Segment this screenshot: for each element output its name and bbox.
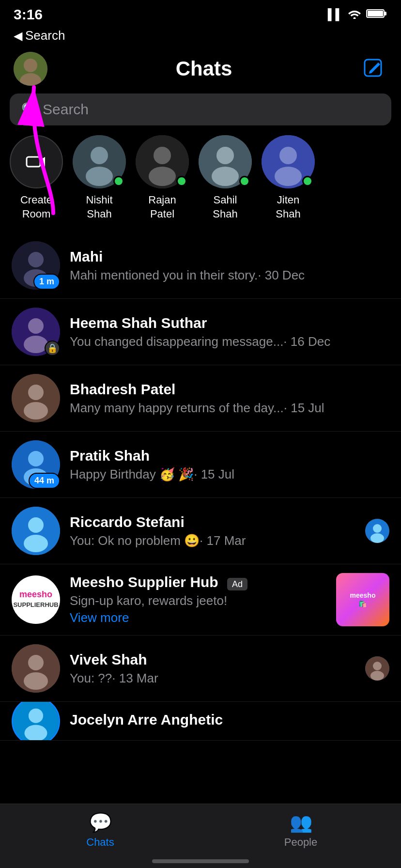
chat-avatar-wrap-heema: 🔒: [12, 308, 60, 356]
svg-point-18: [212, 167, 239, 186]
chat-name-riccardo: Riccardo Stefani: [70, 514, 355, 530]
battery-icon: [366, 8, 387, 21]
stories-row: CreateRoom NishitShah: [0, 135, 401, 232]
small-avatar-vivek: [365, 656, 389, 681]
story-label-sahil: SahilShah: [213, 193, 237, 221]
story-label-jiten: JitenShah: [276, 193, 300, 221]
svg-rect-9: [27, 157, 40, 167]
chat-avatar-meesho: meeshoSUPPLIERHUB: [12, 575, 60, 624]
search-bar[interactable]: 🔍 Search: [10, 93, 391, 125]
svg-point-11: [91, 147, 108, 164]
story-item-jiten[interactable]: JitenShah: [262, 135, 315, 221]
svg-point-32: [28, 451, 44, 466]
chat-preview-pratik: Happy Birthday 🥳 🎉· 15 Jul: [70, 467, 389, 482]
story-label-rajan: RajanPatel: [148, 193, 176, 221]
chat-item-heema[interactable]: 🔒 Heema Shah Suthar You changed disappea…: [0, 299, 401, 365]
header: Chats: [0, 48, 401, 93]
online-indicator-nishit: [113, 176, 124, 186]
chat-item-meesho[interactable]: meeshoSUPPLIERHUB Meesho Supplier Hub Ad…: [0, 564, 401, 636]
chat-avatar-wrap-pratik: 44 m: [12, 440, 60, 489]
chat-content-riccardo: Riccardo Stefani You: Ok no problem 😀· 1…: [70, 514, 355, 548]
lock-badge-heema: 🔒: [45, 341, 60, 356]
chat-name-heema: Heema Shah Suthar: [70, 315, 389, 331]
online-indicator-jiten: [302, 176, 313, 186]
unread-badge-mahi: 1 m: [33, 274, 60, 290]
chat-avatar-wrap-vivek: [12, 644, 60, 693]
meesho-ad-image: meesho🛍️: [336, 573, 389, 626]
online-indicator-sahil: [239, 176, 250, 186]
story-item-rajan[interactable]: RajanPatel: [136, 135, 189, 221]
people-tab-label: People: [284, 836, 318, 849]
chat-content-bhadresh: Bhadresh Patel Many many happy returns o…: [70, 381, 389, 416]
svg-point-20: [279, 147, 297, 164]
small-avatar-riccardo: [365, 519, 389, 543]
chat-name-jocelyn: Jocelyn Arre Anghetic: [70, 712, 389, 728]
chat-name-vivek: Vivek Shah: [70, 651, 355, 668]
search-bar-container: 🔍 Search: [0, 93, 401, 135]
svg-point-42: [24, 672, 48, 690]
svg-point-5: [24, 59, 37, 72]
chat-name-pratik: Pratik Shah: [70, 448, 389, 464]
search-placeholder: Search: [43, 101, 89, 118]
svg-rect-2: [384, 12, 386, 16]
chat-item-riccardo[interactable]: Riccardo Stefani You: Ok no problem 😀· 1…: [0, 498, 401, 564]
profile-avatar[interactable]: [14, 52, 47, 86]
tab-people[interactable]: 👥 People: [200, 812, 401, 849]
svg-point-35: [28, 517, 44, 533]
chat-avatar-wrap-mahi: 1 m: [12, 241, 60, 290]
page-title: Chats: [176, 57, 232, 80]
chat-avatar-riccardo: [12, 507, 60, 555]
chat-item-bhadresh[interactable]: Bhadresh Patel Many many happy returns o…: [0, 365, 401, 432]
compose-button[interactable]: [360, 55, 387, 82]
story-item-nishit[interactable]: NishitShah: [73, 135, 126, 221]
online-indicator-rajan: [176, 176, 187, 186]
status-bar: 3:16 ▌▌: [0, 0, 401, 26]
ad-badge: Ad: [227, 578, 247, 590]
svg-point-21: [275, 167, 302, 186]
svg-point-39: [370, 533, 384, 543]
chat-preview-bhadresh: Many many happy returns of the day...· 1…: [70, 401, 389, 416]
chat-preview-mahi: Mahi mentioned you in their story.· 30 D…: [70, 268, 389, 283]
chat-item-pratik[interactable]: 44 m Pratik Shah Happy Birthday 🥳 🎉· 15 …: [0, 432, 401, 498]
svg-point-17: [216, 147, 234, 164]
chat-right-vivek: [365, 656, 389, 681]
ad-view-more[interactable]: View more: [70, 610, 326, 625]
tab-bar: 💬 Chats 👥 People: [0, 804, 401, 868]
svg-point-36: [24, 535, 48, 552]
svg-point-41: [28, 655, 44, 670]
svg-point-0: [354, 17, 356, 19]
story-label-create-room: CreateRoom: [20, 193, 52, 221]
chats-tab-icon: 💬: [89, 812, 112, 833]
svg-point-47: [29, 708, 43, 723]
svg-point-48: [25, 725, 47, 741]
svg-point-26: [28, 318, 44, 334]
chat-avatar-vivek: [12, 644, 60, 693]
story-item-sahil[interactable]: SahilShah: [199, 135, 252, 221]
chat-content-heema: Heema Shah Suthar You changed disappeari…: [70, 315, 389, 349]
chat-avatar-jocelyn: [12, 702, 60, 741]
svg-point-15: [149, 167, 176, 186]
story-item-create-room[interactable]: CreateRoom: [10, 135, 63, 221]
chat-preview-vivek: You: ??· 13 Mar: [70, 671, 355, 686]
svg-point-45: [370, 671, 384, 681]
status-icons: ▌▌: [328, 8, 387, 21]
svg-rect-3: [368, 11, 383, 16]
chat-right-riccardo: [365, 519, 389, 543]
chat-item-jocelyn[interactable]: Jocelyn Arre Anghetic: [0, 702, 401, 741]
chat-content-pratik: Pratik Shah Happy Birthday 🥳 🎉· 15 Jul: [70, 448, 389, 482]
chat-item-vivek[interactable]: Vivek Shah You: ??· 13 Mar: [0, 636, 401, 702]
chat-name-meesho: Meesho Supplier Hub Ad: [70, 574, 326, 590]
signal-icon: ▌▌: [328, 8, 343, 21]
back-nav[interactable]: ◀ Search: [0, 26, 401, 48]
wifi-icon: [348, 8, 361, 21]
svg-point-23: [28, 252, 44, 267]
svg-point-27: [24, 336, 48, 353]
people-tab-icon: 👥: [290, 812, 312, 833]
svg-point-29: [28, 385, 44, 400]
search-icon: 🔍: [21, 102, 37, 117]
chat-item-mahi[interactable]: 1 m Mahi Mahi mentioned you in their sto…: [0, 232, 401, 299]
chats-tab-label: Chats: [86, 836, 114, 849]
svg-point-30: [24, 402, 48, 419]
chat-avatar-wrap-riccardo: [12, 507, 60, 555]
tab-chats[interactable]: 💬 Chats: [0, 812, 200, 849]
